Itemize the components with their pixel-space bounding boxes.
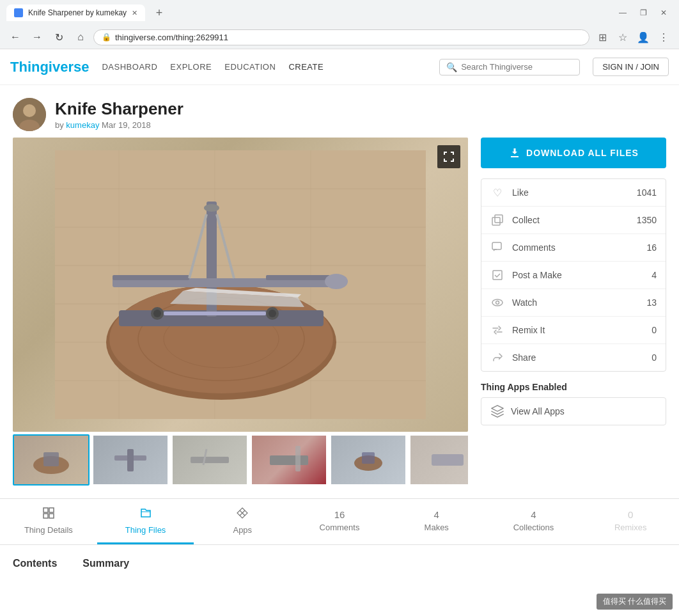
product-main-image bbox=[13, 138, 468, 432]
search-input[interactable] bbox=[461, 62, 573, 72]
site-nav: Thingiverse DASHBOARD EXPLORE EDUCATION … bbox=[0, 49, 679, 85]
tab-close-btn[interactable]: ✕ bbox=[132, 9, 137, 17]
svg-rect-20 bbox=[113, 275, 189, 280]
remix-stat-row[interactable]: Remix It 0 bbox=[481, 317, 666, 344]
minimize-btn[interactable]: — bbox=[614, 4, 632, 22]
author-link[interactable]: kumekay bbox=[66, 120, 99, 130]
watch-label: Watch bbox=[512, 297, 639, 308]
comments-count: 16 bbox=[646, 242, 657, 253]
search-box[interactable]: 🔍 bbox=[439, 59, 580, 75]
collections-tab-count: 4 bbox=[531, 509, 536, 520]
address-bar[interactable]: 🔒 thingiverse.com/thing:2629911 bbox=[93, 29, 589, 45]
tab-collections[interactable]: 4 Collections bbox=[485, 499, 582, 544]
new-tab-btn[interactable]: + bbox=[150, 4, 168, 22]
svg-point-1 bbox=[23, 104, 36, 117]
author-avatar bbox=[13, 98, 46, 131]
thumbnail-strip bbox=[13, 434, 468, 486]
svg-point-29 bbox=[269, 310, 276, 317]
menu-btn[interactable]: ⋮ bbox=[655, 28, 673, 46]
contents-section: Contents Summary bbox=[0, 545, 679, 590]
svg-rect-30 bbox=[164, 312, 266, 315]
svg-rect-43 bbox=[432, 454, 464, 466]
fullscreen-btn[interactable] bbox=[437, 145, 460, 168]
thing-details-label: Thing Details bbox=[24, 525, 73, 535]
thumbnail-6[interactable] bbox=[409, 434, 468, 486]
close-btn[interactable]: ✕ bbox=[655, 4, 673, 22]
watch-icon bbox=[490, 296, 504, 310]
remixes-tab-label: Remixes bbox=[614, 523, 647, 532]
thumbnail-4[interactable] bbox=[251, 434, 327, 486]
sign-in-button[interactable]: SIGN IN / JOIN bbox=[593, 58, 669, 76]
url-text: thingiverse.com/thing:2629911 bbox=[115, 33, 228, 42]
comments-icon bbox=[490, 241, 504, 255]
tab-comments[interactable]: 16 Comments bbox=[291, 499, 388, 544]
svg-point-25 bbox=[204, 204, 219, 212]
window-controls: — ❐ ✕ bbox=[614, 4, 673, 22]
profile-btn[interactable]: 👤 bbox=[634, 28, 652, 46]
site-logo[interactable]: Thingiverse bbox=[10, 59, 89, 75]
post-make-stat-row[interactable]: Post a Make 4 bbox=[481, 262, 666, 289]
svg-rect-40 bbox=[295, 446, 300, 471]
main-image-container bbox=[13, 138, 468, 432]
svg-rect-46 bbox=[492, 242, 501, 249]
thing-files-icon bbox=[139, 507, 152, 523]
back-btn[interactable]: ← bbox=[6, 28, 24, 46]
sidebar: DOWNLOAD ALL FILES ♡ Like 1041 bbox=[481, 138, 666, 486]
thumbnail-1[interactable] bbox=[13, 434, 90, 486]
watch-stat-row[interactable]: Watch 13 bbox=[481, 289, 666, 317]
svg-point-48 bbox=[492, 299, 503, 306]
svg-point-49 bbox=[496, 301, 499, 304]
nav-explore[interactable]: EXPLORE bbox=[170, 62, 212, 72]
browser-controls: ← → ↻ ⌂ 🔒 thingiverse.com/thing:2629911 … bbox=[0, 26, 679, 49]
tab-remixes[interactable]: 0 Remixes bbox=[582, 499, 679, 544]
bookmark-btn[interactable]: ☆ bbox=[614, 28, 632, 46]
view-all-apps-label: View All Apps bbox=[511, 406, 565, 416]
svg-rect-51 bbox=[49, 508, 54, 512]
nav-create[interactable]: CREATE bbox=[288, 62, 324, 72]
collect-icon bbox=[490, 213, 504, 227]
thing-date: Mar 19, 2018 bbox=[102, 120, 151, 130]
tab-makes[interactable]: 4 Makes bbox=[388, 499, 485, 544]
share-stat-row[interactable]: Share 0 bbox=[481, 344, 666, 371]
browser-action-icons: ⊞ ☆ 👤 ⋮ bbox=[593, 28, 673, 46]
home-btn[interactable]: ⌂ bbox=[72, 28, 90, 46]
summary-block: Summary bbox=[82, 558, 129, 577]
comments-tab-label: Comments bbox=[320, 523, 360, 532]
translate-btn[interactable]: ⊞ bbox=[593, 28, 611, 46]
tab-apps[interactable]: Apps bbox=[194, 499, 291, 544]
like-stat-row[interactable]: ♡ Like 1041 bbox=[481, 179, 666, 207]
nav-education[interactable]: EDUCATION bbox=[224, 62, 276, 72]
like-count: 1041 bbox=[637, 187, 657, 198]
maximize-btn[interactable]: ❐ bbox=[634, 4, 652, 22]
thumbnail-2[interactable] bbox=[92, 434, 169, 486]
svg-rect-47 bbox=[493, 271, 502, 280]
bottom-tabs: Thing Details Thing Files Apps 16 Commen… bbox=[0, 498, 679, 545]
svg-rect-52 bbox=[43, 514, 48, 518]
post-make-count: 4 bbox=[652, 270, 657, 280]
collect-stat-row[interactable]: Collect 1350 bbox=[481, 207, 666, 234]
forward-btn[interactable]: → bbox=[28, 28, 46, 46]
svg-rect-45 bbox=[495, 215, 503, 223]
collect-label: Collect bbox=[512, 215, 629, 225]
download-all-files-btn[interactable]: DOWNLOAD ALL FILES bbox=[481, 138, 666, 168]
collections-tab-label: Collections bbox=[513, 523, 554, 532]
tab-thing-details[interactable]: Thing Details bbox=[0, 499, 97, 544]
tab-thing-files[interactable]: Thing Files bbox=[97, 499, 194, 544]
nav-dashboard[interactable]: DASHBOARD bbox=[102, 62, 157, 72]
browser-tab[interactable]: Knife Sharpener by kumekay ✕ bbox=[6, 4, 145, 21]
summary-title: Summary bbox=[82, 558, 129, 569]
svg-point-22 bbox=[325, 274, 348, 289]
collect-count: 1350 bbox=[637, 215, 657, 225]
thing-apps-title: Thing Apps Enabled bbox=[481, 382, 666, 392]
refresh-btn[interactable]: ↻ bbox=[50, 28, 68, 46]
comments-tab-count: 16 bbox=[334, 509, 345, 520]
makes-tab-count: 4 bbox=[434, 509, 439, 520]
svg-rect-53 bbox=[49, 514, 54, 518]
thing-title-block: Knife Sharpener by kumekay Mar 19, 2018 bbox=[55, 99, 183, 130]
comments-stat-row[interactable]: Comments 16 bbox=[481, 234, 666, 262]
svg-rect-50 bbox=[43, 508, 48, 512]
thumbnail-3[interactable] bbox=[171, 434, 248, 486]
view-all-apps-btn[interactable]: View All Apps bbox=[481, 397, 666, 425]
thumbnail-5[interactable] bbox=[330, 434, 407, 486]
svg-rect-34 bbox=[43, 452, 59, 466]
